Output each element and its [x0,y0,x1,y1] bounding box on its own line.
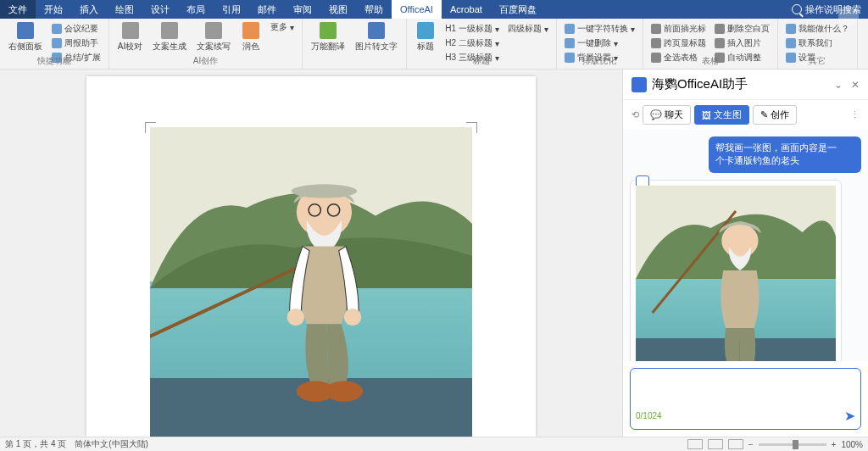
tab-references[interactable]: 引用 [214,0,249,19]
user-message: 帮我画一张图，画面内容是一个卡通版钓鱼的老头 [709,136,861,173]
group-label: 标题 [407,55,556,67]
user-avatar-icon [846,138,861,153]
what-can-i-do-button[interactable]: 我能做什么？ [783,22,852,36]
close-icon[interactable]: ✕ [851,79,860,91]
tab-home[interactable]: 开始 [36,0,71,19]
zoom-level[interactable]: 100% [841,440,863,449]
tab-mailings[interactable]: 邮件 [249,0,285,19]
language-status[interactable]: 简体中文(中国大陆) [75,438,148,450]
ai-assistant-panel: 海鹦OfficeAI助手 ⌄ ✕ ⟲ 💬聊天 🖼文生图 ✎创作 ⋮ 帮我画一张图… [622,70,868,437]
h4-button[interactable]: 四级标题 ▾ [505,22,551,36]
tab-create[interactable]: ✎创作 [753,105,797,125]
page-status[interactable]: 第 1 页，共 4 页 [5,438,66,450]
inserted-image[interactable] [150,127,472,437]
tab-review[interactable]: 审阅 [285,0,320,19]
zoom-out-button[interactable]: − [748,440,754,449]
refresh-icon[interactable]: ⟲ [632,109,639,120]
assistant-logo-icon [632,77,647,92]
print-layout-button[interactable] [708,439,723,449]
tab-text-to-image[interactable]: 🖼文生图 [694,105,749,125]
tab-insert[interactable]: 插入 [71,0,107,19]
tab-view[interactable]: 视图 [320,0,356,19]
ocr-button[interactable]: 图片转文字 [352,20,401,67]
repeat-header-button[interactable]: 跨页显标题 [648,36,709,50]
chevron-down-icon[interactable]: ⌄ [834,79,843,91]
char-counter: 0/1024 [636,411,662,420]
group-label: 其它 [778,55,857,67]
lightbulb-icon [792,4,802,14]
group-label: AI创作 [109,55,302,67]
h1-button[interactable]: H1 一级标题 ▾ [442,22,502,36]
translate-button[interactable]: 万能翻译 [308,20,348,67]
tab-draw[interactable]: 绘图 [107,0,142,19]
tab-chat[interactable]: 💬聊天 [643,105,691,125]
tab-layout[interactable]: 布局 [178,0,214,19]
more-icon[interactable]: ⋮ [850,109,860,120]
chat-area: 帮我画一张图，画面内容是一个卡通版钓鱼的老头 [623,130,868,361]
svg-point-7 [287,309,304,326]
tab-officeai[interactable]: OfficeAI [392,0,442,19]
tab-design[interactable]: 设计 [142,0,178,19]
group-label: 排版优化 [557,55,643,67]
svg-point-6 [326,381,364,402]
zoom-slider[interactable] [759,443,826,446]
more-button[interactable]: 更多 ▾ [268,20,297,34]
group-label: 表格 [643,55,777,67]
insert-image-button[interactable]: 插入图片 [712,36,772,50]
svg-point-11 [721,224,758,258]
char-convert-button[interactable]: 一键字符转换 ▾ [562,22,637,36]
contact-us-button[interactable]: 联系我们 [783,36,852,50]
tab-acrobat[interactable]: Acrobat [442,0,491,19]
assistant-title: 海鹦OfficeAI助手 [652,76,748,92]
weekly-report-button[interactable]: 周报助手 [49,36,103,50]
tab-baidu[interactable]: 百度网盘 [491,0,545,19]
svg-point-8 [344,309,361,326]
send-button[interactable]: ➤ [844,408,855,424]
one-click-delete-button[interactable]: 一键删除 ▾ [562,36,637,50]
cursor-front-button[interactable]: 前面插光标 [648,22,709,36]
web-layout-button[interactable] [728,439,743,449]
status-bar: 第 1 页，共 4 页 简体中文(中国大陆) − + 100% [0,437,868,451]
meeting-minutes-button[interactable]: 会议纪要 [49,22,103,36]
h2-button[interactable]: H2 二级标题 ▾ [442,36,502,50]
svg-point-2 [292,185,357,198]
prompt-input-container: 0/1024 ➤ [630,368,861,430]
page [86,76,536,437]
generated-image-message[interactable] [630,180,842,361]
zoom-in-button[interactable]: + [832,440,837,449]
tab-help[interactable]: 帮助 [356,0,392,19]
prompt-input[interactable] [636,374,855,394]
read-mode-button[interactable] [687,439,703,449]
ribbon: 右侧面板 会议纪要 周报助手 总结/扩展 快捷功能 AI校对 文案生成 文案续写… [0,19,868,70]
group-label: 快捷功能 [0,55,108,67]
delete-blank-button[interactable]: 删除空白页 [712,22,772,36]
document-area[interactable] [0,70,622,437]
tab-file[interactable]: 文件 [0,0,36,19]
